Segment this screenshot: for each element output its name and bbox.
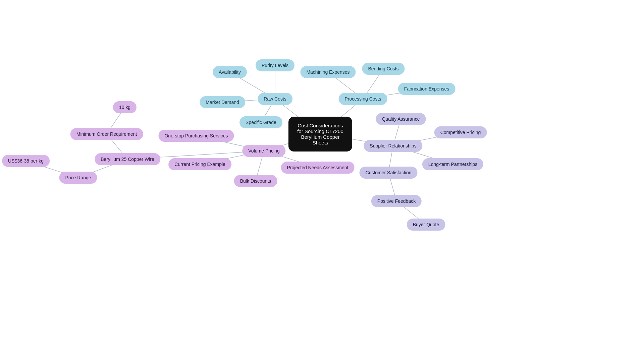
node-specificGrade[interactable]: Specific Grade xyxy=(239,116,282,128)
node-oneStopPurchasing[interactable]: One-stop Purchasing Services xyxy=(158,130,234,142)
node-longTermPartnerships[interactable]: Long-term Partnerships xyxy=(422,158,483,170)
node-processingCosts[interactable]: Processing Costs xyxy=(339,93,387,105)
node-bulkDiscounts[interactable]: Bulk Discounts xyxy=(234,175,277,187)
node-projectedNeedsAssessment[interactable]: Projected Needs Assessment xyxy=(281,162,355,174)
node-customerSatisfaction[interactable]: Customer Satisfaction xyxy=(360,167,418,179)
node-bendingCosts[interactable]: Bending Costs xyxy=(362,63,405,75)
node-marketDemand[interactable]: Market Demand xyxy=(200,96,245,108)
node-rawCosts[interactable]: Raw Costs xyxy=(258,93,292,105)
node-currentPricingExample[interactable]: Current Pricing Example xyxy=(168,158,231,170)
node-priceRange[interactable]: Price Range xyxy=(59,172,97,184)
node-purityLevels[interactable]: Purity Levels xyxy=(256,59,294,71)
node-qualityAssurance[interactable]: Quality Assurance xyxy=(376,113,426,125)
mindmap-container: Cost Considerations for Sourcing C17200 … xyxy=(0,0,644,363)
node-positiveFeedback[interactable]: Positive Feedback xyxy=(371,195,422,207)
node-volumePricing[interactable]: Volume Pricing xyxy=(242,145,285,157)
node-buyerQuote[interactable]: Buyer Quote xyxy=(407,219,445,231)
node-competitivePricing[interactable]: Competitive Pricing xyxy=(434,126,487,138)
node-availability[interactable]: Availability xyxy=(213,66,247,78)
node-machiningExpenses[interactable]: Machining Expenses xyxy=(300,66,356,78)
connections-svg xyxy=(0,0,644,363)
node-minOrderReq[interactable]: Minimum Order Requirement xyxy=(70,128,143,140)
node-supplierRelationships[interactable]: Supplier Relationships xyxy=(364,140,422,152)
node-fabricationExpenses[interactable]: Fabrication Expenses xyxy=(398,83,455,95)
node-usPrice[interactable]: US$36-38 per kg xyxy=(2,155,50,167)
node-center[interactable]: Cost Considerations for Sourcing C17200 … xyxy=(288,117,352,152)
node-berylliumCopper[interactable]: Beryllium 25 Copper Wire xyxy=(95,153,160,165)
node-tenKg[interactable]: 10 kg xyxy=(113,101,137,113)
